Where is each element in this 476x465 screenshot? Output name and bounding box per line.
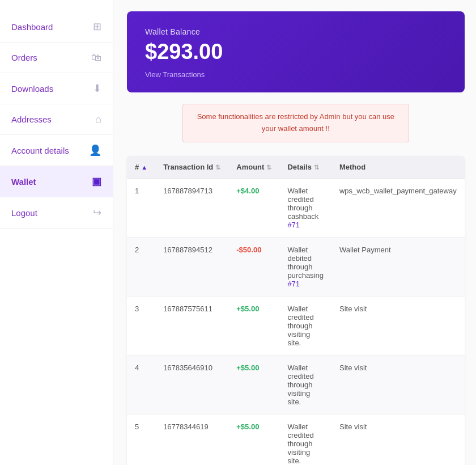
- cell-amount: +$5.00: [228, 414, 279, 465]
- sidebar-item-label: Addresses: [11, 115, 52, 124]
- transactions-table: #▲Transaction Id⇅Amount⇅Details⇅Method 1…: [127, 156, 465, 465]
- cell-tid: 167835646910: [155, 355, 228, 414]
- wallet-balance-card: Wallet Balance $293.00 View Transactions: [127, 11, 465, 92]
- table-header-row: #▲Transaction Id⇅Amount⇅Details⇅Method: [127, 156, 465, 179]
- cell-method: Site visit: [332, 414, 465, 465]
- sort-icon-tid: ⇅: [215, 164, 220, 171]
- cell-details: Wallet credited through cashback #71: [279, 178, 332, 237]
- wallet-balance-label: Wallet Balance: [145, 27, 447, 36]
- table-body: 1167887894713+$4.00Wallet credited throu…: [127, 178, 465, 465]
- sidebar-item-downloads[interactable]: Downloads⬇: [0, 73, 113, 104]
- sidebar-item-orders[interactable]: Orders🛍: [0, 43, 113, 73]
- sidebar-item-dashboard[interactable]: Dashboard⊞: [0, 11, 113, 43]
- sidebar: Dashboard⊞Orders🛍Downloads⬇Addresses⌂Acc…: [0, 0, 113, 465]
- cell-method: Wallet Payment: [332, 237, 465, 296]
- wallet-balance-amount: $293.00: [145, 40, 447, 64]
- addresses-icon: ⌂: [95, 113, 101, 125]
- cell-amount: +$4.00: [228, 178, 279, 237]
- table-row: 1167887894713+$4.00Wallet credited throu…: [127, 178, 465, 237]
- detail-link[interactable]: #71: [287, 280, 300, 288]
- sidebar-item-wallet[interactable]: Wallet▣: [0, 166, 113, 197]
- cell-amount: +$5.00: [228, 296, 279, 355]
- wallet-icon: ▣: [92, 175, 101, 188]
- col-header-num[interactable]: #▲: [127, 156, 155, 179]
- cell-details: Wallet credited through visiting site.: [279, 414, 332, 465]
- col-header-details[interactable]: Details⇅: [279, 156, 332, 179]
- table-row: 3167887575611+$5.00Wallet credited throu…: [127, 296, 465, 355]
- col-header-tid[interactable]: Transaction Id⇅: [155, 156, 228, 179]
- cell-num: 4: [127, 355, 155, 414]
- dashboard-icon: ⊞: [93, 20, 101, 33]
- account-details-icon: 👤: [89, 144, 101, 157]
- table-row: 2167887894512-$50.00Wallet debited throu…: [127, 237, 465, 296]
- cell-num: 5: [127, 414, 155, 465]
- cell-amount: +$5.00: [228, 355, 279, 414]
- sidebar-item-logout[interactable]: Logout↪: [0, 197, 113, 229]
- sidebar-item-label: Wallet: [11, 177, 36, 187]
- restriction-notice: Some functionalities are restricted by A…: [182, 104, 409, 142]
- cell-details: Wallet credited through visiting site.: [279, 296, 332, 355]
- downloads-icon: ⬇: [93, 82, 101, 95]
- view-transactions-link[interactable]: View Transactions: [145, 70, 205, 79]
- cell-method: wps_wcb_wallet_payment_gateway: [332, 178, 465, 237]
- col-header-method: Method: [332, 156, 465, 179]
- cell-tid: 16778344619: [155, 414, 228, 465]
- sidebar-item-label: Dashboard: [11, 22, 53, 32]
- cell-details: Wallet credited through visiting site.: [279, 355, 332, 414]
- sidebar-item-addresses[interactable]: Addresses⌂: [0, 104, 113, 135]
- col-header-amount[interactable]: Amount⇅: [228, 156, 279, 179]
- sidebar-item-label: Account details: [11, 146, 69, 155]
- sort-icon-num: ▲: [141, 164, 147, 171]
- sort-icon-details: ⇅: [314, 164, 319, 171]
- cell-tid: 167887575611: [155, 296, 228, 355]
- sidebar-item-label: Orders: [11, 53, 37, 62]
- cell-num: 2: [127, 237, 155, 296]
- sidebar-item-label: Logout: [11, 208, 37, 218]
- table-row: 4167835646910+$5.00Wallet credited throu…: [127, 355, 465, 414]
- table-row: 516778344619+$5.00Wallet credited throug…: [127, 414, 465, 465]
- sort-icon-amount: ⇅: [266, 164, 271, 171]
- cell-details: Wallet debited through purchasing #71: [279, 237, 332, 296]
- cell-tid: 167887894512: [155, 237, 228, 296]
- cell-num: 1: [127, 178, 155, 237]
- main-content: Wallet Balance $293.00 View Transactions…: [113, 0, 476, 465]
- page-layout: Dashboard⊞Orders🛍Downloads⬇Addresses⌂Acc…: [0, 0, 476, 465]
- sidebar-item-account-details[interactable]: Account details👤: [0, 135, 113, 166]
- cell-amount: -$50.00: [228, 237, 279, 296]
- orders-icon: 🛍: [91, 52, 101, 64]
- table-header: #▲Transaction Id⇅Amount⇅Details⇅Method: [127, 156, 465, 179]
- logout-icon: ↪: [93, 206, 101, 219]
- cell-tid: 167887894713: [155, 178, 228, 237]
- cell-num: 3: [127, 296, 155, 355]
- sidebar-item-label: Downloads: [11, 84, 53, 94]
- cell-method: Site visit: [332, 296, 465, 355]
- detail-link[interactable]: #71: [287, 221, 300, 229]
- cell-method: Site visit: [332, 355, 465, 414]
